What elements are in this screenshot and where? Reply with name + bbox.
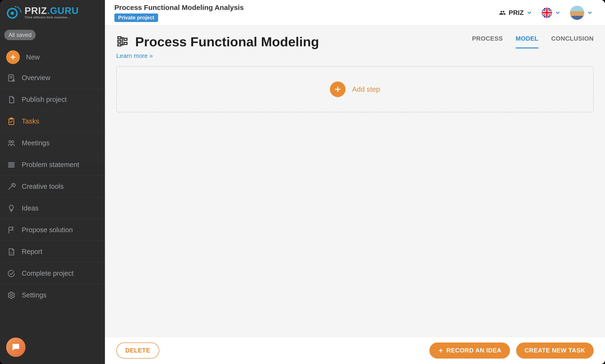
report-icon: PDF xyxy=(7,247,16,256)
sidebar: PRIZ.GURU Think different think inventiv… xyxy=(0,0,105,364)
svg-point-11 xyxy=(9,141,11,143)
svg-point-12 xyxy=(12,141,14,143)
privacy-badge: Private project xyxy=(114,13,158,22)
sidebar-new-label: New xyxy=(26,53,40,61)
sidebar-nav: New Overview Publish project xyxy=(0,47,105,306)
sidebar-item-label: Settings xyxy=(22,291,47,299)
user-avatar xyxy=(570,6,584,20)
flag-icon xyxy=(7,226,16,234)
sidebar-item-ideas[interactable]: Ideas xyxy=(0,197,105,219)
chevron-down-icon xyxy=(526,10,532,16)
lines-icon xyxy=(7,161,16,169)
team-icon xyxy=(499,10,506,16)
chat-icon xyxy=(11,342,21,352)
svg-point-1 xyxy=(11,12,14,15)
record-idea-button[interactable]: RECORD AN IDEA xyxy=(429,342,510,359)
gear-icon xyxy=(7,291,16,299)
svg-point-2 xyxy=(15,6,16,7)
sidebar-item-meetings[interactable]: Meetings xyxy=(0,132,105,154)
sidebar-item-settings[interactable]: Settings xyxy=(0,284,105,306)
people-icon xyxy=(7,139,16,147)
svg-rect-18 xyxy=(118,40,121,42)
tools-icon xyxy=(7,182,16,191)
tab-process[interactable]: PROCESS xyxy=(472,35,503,48)
sidebar-item-propose[interactable]: Propose solution xyxy=(0,219,105,241)
workspace-name: PRIZ xyxy=(509,9,524,16)
chevron-down-icon xyxy=(587,10,593,16)
process-model-icon xyxy=(116,35,129,48)
sidebar-item-complete[interactable]: Complete project xyxy=(0,263,105,284)
svg-text:PDF: PDF xyxy=(10,252,14,254)
uk-flag-icon xyxy=(542,8,552,18)
sidebar-item-label: Problem statement xyxy=(22,161,79,169)
svg-point-14 xyxy=(10,294,13,296)
logo-tagline: Think different think inventive… xyxy=(25,16,79,19)
svg-rect-20 xyxy=(124,38,127,40)
topbar: Process Functional Modeling Analysis Pri… xyxy=(105,0,605,26)
page-content: Process Functional Modeling PROCESS MODE… xyxy=(105,26,605,337)
clipboard-icon xyxy=(7,117,16,126)
sidebar-item-label: Ideas xyxy=(22,204,39,212)
chevron-down-icon xyxy=(555,10,561,16)
svg-point-6 xyxy=(20,11,22,13)
sidebar-item-publish[interactable]: Publish project xyxy=(0,89,105,111)
svg-point-3 xyxy=(17,6,18,8)
plus-icon xyxy=(6,50,20,64)
sidebar-item-label: Propose solution xyxy=(22,226,73,234)
main-area: Process Functional Modeling Analysis Pri… xyxy=(105,0,605,364)
sidebar-item-label: Meetings xyxy=(22,139,50,147)
sidebar-item-label: Overview xyxy=(22,74,50,82)
page-tabs: PROCESS MODEL CONCLUSION xyxy=(472,35,594,48)
sidebar-item-label: Tasks xyxy=(22,117,39,125)
learn-more-link[interactable]: Learn more » xyxy=(116,52,153,60)
project-title: Process Functional Modeling Analysis xyxy=(114,3,244,12)
tab-conclusion[interactable]: CONCLUSION xyxy=(551,35,594,48)
bulb-icon xyxy=(7,204,16,213)
plus-icon xyxy=(330,81,345,97)
svg-point-5 xyxy=(20,9,21,11)
sidebar-item-creative[interactable]: Creative tools xyxy=(0,176,105,197)
chat-fab-button[interactable] xyxy=(6,338,26,357)
document-icon xyxy=(7,95,16,104)
sidebar-item-label: Complete project xyxy=(22,270,74,277)
svg-rect-21 xyxy=(124,42,127,44)
footer-bar: DELETE RECORD AN IDEA CREATE NEW TASK xyxy=(105,337,605,364)
sidebar-item-overview[interactable]: Overview xyxy=(0,67,105,89)
check-circle-icon xyxy=(7,269,16,278)
record-idea-label: RECORD AN IDEA xyxy=(447,347,501,354)
add-step-label: Add step xyxy=(352,85,380,93)
logo-text: PRIZ.GURU xyxy=(25,6,79,15)
tab-model[interactable]: MODEL xyxy=(516,35,538,48)
sidebar-new-button[interactable]: New xyxy=(0,47,105,67)
page-title: Process Functional Modeling xyxy=(135,34,319,49)
logo-eye-icon xyxy=(7,5,22,19)
svg-rect-19 xyxy=(118,44,121,46)
language-dropdown[interactable] xyxy=(542,8,561,18)
plus-icon xyxy=(438,348,444,353)
sidebar-item-tasks[interactable]: Tasks xyxy=(0,111,105,132)
sidebar-item-label: Report xyxy=(22,248,42,256)
delete-button[interactable]: DELETE xyxy=(116,342,159,359)
save-status-pill: All saved xyxy=(4,30,36,40)
overview-icon xyxy=(7,74,16,82)
sidebar-item-problem[interactable]: Problem statement xyxy=(0,154,105,176)
svg-rect-17 xyxy=(118,37,121,39)
sidebar-item-label: Publish project xyxy=(22,96,67,104)
workspace-dropdown[interactable]: PRIZ xyxy=(499,9,532,16)
sidebar-item-label: Creative tools xyxy=(22,182,64,190)
user-menu-dropdown[interactable] xyxy=(570,6,593,20)
add-step-button[interactable]: Add step xyxy=(116,66,594,112)
brand-logo[interactable]: PRIZ.GURU Think different think inventiv… xyxy=(0,0,105,24)
create-task-button[interactable]: CREATE NEW TASK xyxy=(516,342,594,359)
svg-point-4 xyxy=(18,8,20,9)
sidebar-item-report[interactable]: PDF Report xyxy=(0,241,105,263)
